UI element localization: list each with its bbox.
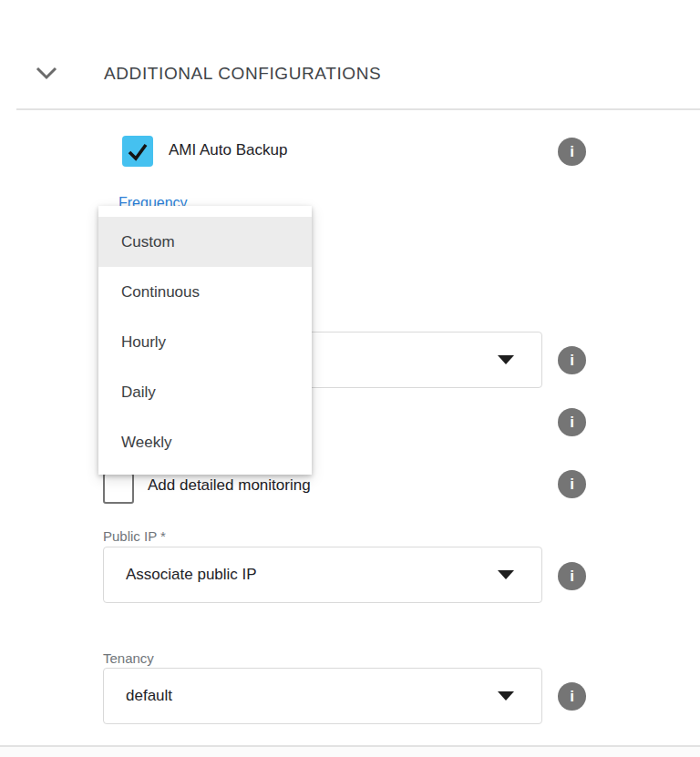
info-icon: i [570,476,574,492]
section-divider [16,108,700,110]
dropdown-option-hourly[interactable]: Hourly [98,317,312,367]
chevron-down-icon [35,65,58,81]
ami-auto-backup-info-button[interactable]: i [558,138,586,166]
tenancy-value: default [126,669,172,723]
frequency-dropdown-menu: Custom Continuous Hourly Daily Weekly [98,206,312,475]
dropdown-option-weekly[interactable]: Weekly [98,417,312,467]
checkmark-icon [122,136,153,167]
info-icon: i [570,568,574,584]
info-icon: i [570,414,574,430]
public-ip-label: Public IP * [103,528,166,544]
public-ip-select[interactable]: Associate public IP [103,547,542,603]
hidden-row-info-button[interactable]: i [558,408,586,436]
public-ip-info-button[interactable]: i [558,562,586,590]
tenancy-info-button[interactable]: i [558,682,586,711]
dropdown-option-continuous[interactable]: Continuous [98,267,312,317]
caret-down-icon [498,691,514,701]
detailed-monitoring-checkbox[interactable] [103,473,134,504]
public-ip-value: Associate public IP [126,547,257,602]
tenancy-label: Tenancy [103,650,154,666]
ami-auto-backup-checkbox[interactable] [122,136,153,167]
additional-configurations-panel: ADDITIONAL CONFIGURATIONS AMI Auto Backu… [0,0,700,757]
info-icon: i [570,353,574,368]
section-title: ADDITIONAL CONFIGURATIONS [104,64,381,84]
ami-auto-backup-label: AMI Auto Backup [169,141,287,159]
caret-down-icon [498,355,514,364]
dropdown-option-custom[interactable]: Custom [98,217,312,267]
caret-down-icon [498,570,514,579]
detailed-monitoring-label: Add detailed monitoring [148,476,311,495]
tenancy-select[interactable]: default [103,668,542,724]
footer-strip [0,747,700,757]
info-icon: i [570,689,574,704]
frequency-info-button[interactable]: i [558,346,586,374]
info-icon: i [570,144,574,159]
dropdown-option-daily[interactable]: Daily [98,367,312,417]
detailed-monitoring-info-button[interactable]: i [558,470,586,498]
section-collapse-toggle[interactable] [35,65,58,81]
